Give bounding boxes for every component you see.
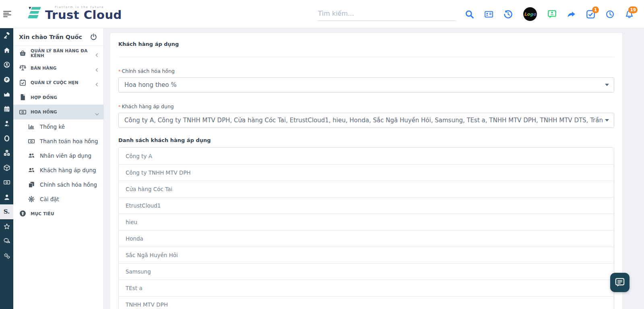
rail-comments-icon[interactable] — [0, 234, 13, 249]
arrow-up-circle-icon — [19, 210, 26, 217]
page-title: Khách hàng áp dụng — [118, 41, 614, 47]
rail-cogs-icon[interactable] — [0, 249, 13, 264]
rail-dice-icon[interactable] — [0, 146, 13, 161]
trustcloud-logo-icon — [26, 5, 43, 22]
customer-list-item[interactable]: Công ty TNHH MTV DPH — [119, 164, 614, 181]
search-input[interactable] — [317, 8, 456, 21]
history-icon[interactable] — [504, 10, 512, 19]
customer-list-item[interactable]: TEst a — [119, 280, 614, 296]
share-icon[interactable] — [567, 10, 576, 19]
chevron-left-icon — [95, 66, 99, 70]
rail-gavel-icon[interactable] — [0, 28, 13, 43]
clock-icon[interactable] — [606, 10, 614, 19]
calendar-check-icon — [19, 79, 26, 86]
customer-list-item[interactable]: TNHH MTV DPH — [119, 296, 614, 309]
chat-fab-button[interactable] — [610, 273, 630, 292]
basket-icon — [19, 50, 26, 57]
customer-list-title: Danh sách khách hàng áp dụng — [118, 137, 614, 143]
tasks-badge: 1 — [592, 6, 599, 13]
file-icon — [19, 94, 26, 101]
policy-field-label: *Chính sách hóa hồng — [118, 68, 614, 74]
notifications-badge: 19 — [628, 6, 638, 13]
user-greeting: Xin chào Trần Quốc — [19, 34, 82, 40]
sidebar-subitem-commission-policy[interactable]: Chính sách hóa hồng — [13, 177, 103, 192]
main-content: Khách hàng áp dụng *Chính sách hóa hồng … — [104, 28, 644, 309]
logout-power-icon[interactable] — [90, 33, 97, 40]
customer-list-item[interactable]: EtrustCloud1 — [119, 197, 614, 214]
caret-down-icon — [605, 84, 609, 86]
rail-user-circle-icon[interactable] — [0, 58, 13, 72]
hamburger-menu-icon[interactable] — [3, 10, 12, 18]
copy-icon — [28, 181, 35, 188]
divider — [118, 57, 614, 57]
chevron-left-icon — [95, 80, 99, 84]
customer-list-item[interactable]: Samsung — [119, 263, 614, 280]
chevron-left-icon — [95, 51, 99, 55]
sidebar-subitem-settings[interactable]: Cài đặt — [13, 192, 103, 206]
gear-icon — [28, 196, 35, 202]
customer-list-item[interactable]: hieu — [119, 214, 614, 230]
rail-calendar-icon[interactable] — [0, 102, 13, 117]
brand-name: Trust Cloud — [45, 9, 122, 21]
sidebar-item-contracts[interactable]: HỢP ĐỒNG — [13, 90, 103, 105]
brand-logo: Platform is the future Trust Cloud — [26, 5, 122, 22]
chat-bubble-icon — [614, 277, 625, 288]
users-icon — [28, 152, 35, 159]
search-icon[interactable] — [465, 10, 474, 19]
chat-user-icon[interactable] — [548, 10, 556, 19]
sidebar-item-appointments[interactable]: QUẢN LÝ CUỘC HẸN — [13, 75, 103, 90]
tasks-icon[interactable]: 1 — [586, 10, 595, 19]
money-bill-icon — [28, 138, 35, 144]
notifications-bell-icon[interactable]: 19 — [625, 10, 634, 19]
customers-select[interactable]: Công ty A, Công ty TNHH MTV DPH, Cửa hàn… — [118, 113, 614, 128]
rail-star-icon[interactable] — [0, 219, 13, 234]
rail-home-icon[interactable] — [0, 43, 13, 58]
rail-area-chart-icon[interactable] — [0, 87, 13, 102]
customer-list-item[interactable]: Honda — [119, 230, 614, 247]
sidebar-item-commission[interactable]: HOA HỒNG — [13, 105, 103, 119]
icon-rail: S. — [0, 28, 13, 309]
money-bill-icon — [19, 109, 26, 115]
chevron-down-icon — [95, 110, 99, 114]
sidebar-subitem-commission-payment[interactable]: Thanh toán hoa hồng — [13, 134, 103, 148]
sidebar-subitem-applied-customers[interactable]: Khách hàng áp dụng — [13, 163, 103, 177]
customer-list-item[interactable]: Sắc Ngã Huyền Hỏi — [119, 247, 614, 263]
policy-select[interactable]: Hoa hong theo % — [118, 77, 614, 93]
rail-parking-icon[interactable] — [0, 72, 13, 87]
customer-list-item[interactable]: Công ty A — [119, 148, 614, 164]
bar-chart-icon — [28, 124, 35, 130]
users-icon — [28, 167, 35, 173]
rail-doctor-icon[interactable] — [0, 116, 13, 131]
contact-card-icon[interactable] — [485, 10, 493, 19]
sidebar-subitem-applied-employees[interactable]: Nhân viên áp dụng — [13, 148, 103, 163]
sidebar-subitem-statistics[interactable]: Thống kê — [13, 119, 103, 134]
rail-cube-icon[interactable] — [0, 161, 13, 175]
policy-select-value: Hoa hong theo % — [124, 81, 604, 89]
sidebar-item-targets[interactable]: MỤC TIÊU — [13, 206, 103, 221]
customers-field-label: *Khách hàng áp dụng — [118, 103, 614, 109]
rail-letter-o-icon[interactable] — [0, 131, 13, 146]
customer-list: Công ty A Công ty TNHH MTV DPH Cửa hàng … — [118, 147, 614, 309]
customer-list-item[interactable]: Cửa hàng Cóc Tai — [119, 181, 614, 197]
rail-user-icon[interactable] — [0, 190, 13, 205]
sidebar-item-sales[interactable]: BÁN HÀNG — [13, 61, 103, 76]
sidebar: Xin chào Trần Quốc QUẢN LÝ BÁN HÀNG ĐA K… — [13, 28, 104, 309]
rail-s-module-icon-active[interactable]: S. — [0, 204, 13, 219]
content-card: Khách hàng áp dụng *Chính sách hóa hồng … — [110, 33, 623, 309]
rail-money-icon[interactable] — [0, 175, 13, 190]
caret-down-icon — [605, 119, 609, 122]
sidebar-item-multichannel-sales[interactable]: QUẢN LÝ BÁN HÀNG ĐA KÊNH — [13, 46, 103, 61]
top-header: Platform is the future Trust Cloud Logo … — [0, 0, 644, 28]
scale-icon — [19, 64, 26, 71]
avatar[interactable]: Logo — [523, 7, 537, 21]
customers-select-value: Công ty A, Công ty TNHH MTV DPH, Cửa hàn… — [124, 117, 604, 124]
